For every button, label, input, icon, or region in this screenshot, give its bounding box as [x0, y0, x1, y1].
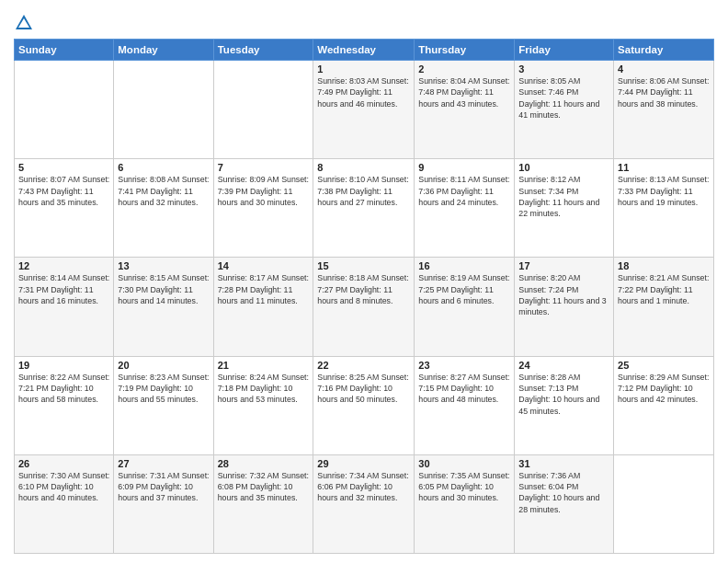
- day-number: 9: [418, 162, 510, 173]
- calendar-day-cell: 3Sunrise: 8:05 AM Sunset: 7:46 PM Daylig…: [515, 61, 614, 159]
- day-info: Sunrise: 8:20 AM Sunset: 7:24 PM Dayligh…: [518, 272, 609, 317]
- calendar-day-cell: 27Sunrise: 7:31 AM Sunset: 6:09 PM Dayli…: [114, 454, 213, 553]
- weekday-header: Sunday: [15, 40, 114, 61]
- day-number: 30: [418, 458, 510, 469]
- calendar-day-cell: 19Sunrise: 8:22 AM Sunset: 7:21 PM Dayli…: [15, 356, 114, 454]
- day-number: 21: [218, 360, 310, 371]
- day-number: 2: [418, 63, 510, 75]
- day-number: 27: [118, 458, 209, 469]
- calendar-week-row: 19Sunrise: 8:22 AM Sunset: 7:21 PM Dayli…: [15, 356, 714, 454]
- calendar-day-cell: [114, 61, 213, 159]
- day-number: 11: [618, 162, 710, 173]
- calendar-day-cell: 12Sunrise: 8:14 AM Sunset: 7:31 PM Dayli…: [15, 258, 114, 356]
- day-info: Sunrise: 7:31 AM Sunset: 6:09 PM Dayligh…: [118, 470, 209, 504]
- day-info: Sunrise: 8:13 AM Sunset: 7:33 PM Dayligh…: [618, 174, 710, 208]
- day-info: Sunrise: 8:27 AM Sunset: 7:15 PM Dayligh…: [418, 372, 510, 406]
- calendar-day-cell: 20Sunrise: 8:23 AM Sunset: 7:19 PM Dayli…: [114, 356, 213, 454]
- day-number: 14: [218, 260, 310, 271]
- calendar-week-row: 12Sunrise: 8:14 AM Sunset: 7:31 PM Dayli…: [15, 258, 714, 356]
- calendar-header: SundayMondayTuesdayWednesdayThursdayFrid…: [15, 40, 714, 61]
- day-number: 4: [618, 63, 710, 75]
- day-number: 29: [317, 458, 410, 469]
- day-info: Sunrise: 8:21 AM Sunset: 7:22 PM Dayligh…: [618, 272, 710, 306]
- day-number: 22: [317, 360, 410, 371]
- calendar-day-cell: 17Sunrise: 8:20 AM Sunset: 7:24 PM Dayli…: [515, 258, 614, 356]
- day-info: Sunrise: 7:36 AM Sunset: 6:04 PM Dayligh…: [518, 470, 609, 515]
- logo-icon: [14, 13, 34, 33]
- day-info: Sunrise: 8:23 AM Sunset: 7:19 PM Dayligh…: [118, 372, 209, 406]
- calendar-day-cell: 2Sunrise: 8:04 AM Sunset: 7:48 PM Daylig…: [415, 61, 515, 159]
- day-info: Sunrise: 8:10 AM Sunset: 7:38 PM Dayligh…: [317, 174, 410, 208]
- calendar-day-cell: 1Sunrise: 8:03 AM Sunset: 7:49 PM Daylig…: [313, 61, 415, 159]
- day-number: 10: [518, 162, 609, 173]
- calendar-week-row: 5Sunrise: 8:07 AM Sunset: 7:43 PM Daylig…: [15, 159, 714, 258]
- weekday-header: Thursday: [415, 40, 515, 61]
- calendar-day-cell: 11Sunrise: 8:13 AM Sunset: 7:33 PM Dayli…: [614, 159, 714, 258]
- calendar-day-cell: 16Sunrise: 8:19 AM Sunset: 7:25 PM Dayli…: [415, 258, 515, 356]
- day-info: Sunrise: 8:06 AM Sunset: 7:44 PM Dayligh…: [618, 75, 710, 109]
- day-number: 23: [418, 360, 510, 371]
- calendar-day-cell: 24Sunrise: 8:28 AM Sunset: 7:13 PM Dayli…: [515, 356, 614, 454]
- day-info: Sunrise: 8:11 AM Sunset: 7:36 PM Dayligh…: [418, 174, 510, 208]
- calendar-day-cell: 22Sunrise: 8:25 AM Sunset: 7:16 PM Dayli…: [313, 356, 415, 454]
- day-info: Sunrise: 7:34 AM Sunset: 6:06 PM Dayligh…: [317, 470, 410, 504]
- calendar-day-cell: 5Sunrise: 8:07 AM Sunset: 7:43 PM Daylig…: [15, 159, 114, 258]
- calendar-day-cell: 29Sunrise: 7:34 AM Sunset: 6:06 PM Dayli…: [313, 454, 415, 553]
- day-number: 3: [518, 63, 609, 75]
- day-number: 6: [118, 162, 209, 173]
- day-number: 20: [118, 360, 209, 371]
- calendar-day-cell: 30Sunrise: 7:35 AM Sunset: 6:05 PM Dayli…: [415, 454, 515, 553]
- day-info: Sunrise: 8:14 AM Sunset: 7:31 PM Dayligh…: [18, 272, 109, 306]
- day-info: Sunrise: 7:35 AM Sunset: 6:05 PM Dayligh…: [418, 470, 510, 504]
- day-number: 18: [618, 260, 710, 271]
- day-number: 1: [317, 63, 410, 75]
- day-number: 25: [618, 360, 710, 371]
- calendar-day-cell: [15, 61, 114, 159]
- day-info: Sunrise: 8:29 AM Sunset: 7:12 PM Dayligh…: [618, 372, 710, 406]
- calendar-day-cell: 26Sunrise: 7:30 AM Sunset: 6:10 PM Dayli…: [15, 454, 114, 553]
- calendar-day-cell: [213, 61, 313, 159]
- day-info: Sunrise: 8:07 AM Sunset: 7:43 PM Dayligh…: [18, 174, 109, 208]
- calendar-day-cell: 13Sunrise: 8:15 AM Sunset: 7:30 PM Dayli…: [114, 258, 213, 356]
- day-info: Sunrise: 8:15 AM Sunset: 7:30 PM Dayligh…: [118, 272, 209, 306]
- day-info: Sunrise: 8:22 AM Sunset: 7:21 PM Dayligh…: [18, 372, 109, 406]
- day-info: Sunrise: 8:24 AM Sunset: 7:18 PM Dayligh…: [218, 372, 310, 406]
- header: [14, 9, 714, 33]
- day-number: 28: [218, 458, 310, 469]
- day-info: Sunrise: 8:18 AM Sunset: 7:27 PM Dayligh…: [317, 272, 410, 306]
- calendar-day-cell: 18Sunrise: 8:21 AM Sunset: 7:22 PM Dayli…: [614, 258, 714, 356]
- day-info: Sunrise: 8:19 AM Sunset: 7:25 PM Dayligh…: [418, 272, 510, 306]
- calendar-day-cell: 25Sunrise: 8:29 AM Sunset: 7:12 PM Dayli…: [614, 356, 714, 454]
- day-info: Sunrise: 8:12 AM Sunset: 7:34 PM Dayligh…: [518, 174, 609, 219]
- weekday-header: Friday: [515, 40, 614, 61]
- calendar-day-cell: [614, 454, 714, 553]
- calendar-day-cell: 8Sunrise: 8:10 AM Sunset: 7:38 PM Daylig…: [313, 159, 415, 258]
- weekday-header: Wednesday: [313, 40, 415, 61]
- day-number: 12: [18, 260, 109, 271]
- day-number: 17: [518, 260, 609, 271]
- day-number: 15: [317, 260, 410, 271]
- day-info: Sunrise: 8:09 AM Sunset: 7:39 PM Dayligh…: [218, 174, 310, 208]
- day-number: 24: [518, 360, 609, 371]
- day-info: Sunrise: 8:03 AM Sunset: 7:49 PM Dayligh…: [317, 75, 410, 109]
- day-info: Sunrise: 8:28 AM Sunset: 7:13 PM Dayligh…: [518, 372, 609, 417]
- calendar-day-cell: 6Sunrise: 8:08 AM Sunset: 7:41 PM Daylig…: [114, 159, 213, 258]
- calendar-day-cell: 21Sunrise: 8:24 AM Sunset: 7:18 PM Dayli…: [213, 356, 313, 454]
- day-number: 19: [18, 360, 109, 371]
- day-number: 7: [218, 162, 310, 173]
- day-info: Sunrise: 7:32 AM Sunset: 6:08 PM Dayligh…: [218, 470, 310, 504]
- day-number: 16: [418, 260, 510, 271]
- day-info: Sunrise: 8:04 AM Sunset: 7:48 PM Dayligh…: [418, 75, 510, 109]
- weekday-row: SundayMondayTuesdayWednesdayThursdayFrid…: [15, 40, 714, 61]
- calendar-week-row: 1Sunrise: 8:03 AM Sunset: 7:49 PM Daylig…: [15, 61, 714, 159]
- calendar-day-cell: 14Sunrise: 8:17 AM Sunset: 7:28 PM Dayli…: [213, 258, 313, 356]
- calendar-week-row: 26Sunrise: 7:30 AM Sunset: 6:10 PM Dayli…: [15, 454, 714, 553]
- weekday-header: Monday: [114, 40, 213, 61]
- day-info: Sunrise: 8:05 AM Sunset: 7:46 PM Dayligh…: [518, 75, 609, 121]
- day-info: Sunrise: 8:17 AM Sunset: 7:28 PM Dayligh…: [218, 272, 310, 306]
- calendar-day-cell: 4Sunrise: 8:06 AM Sunset: 7:44 PM Daylig…: [614, 61, 714, 159]
- day-info: Sunrise: 7:30 AM Sunset: 6:10 PM Dayligh…: [18, 470, 109, 504]
- calendar-day-cell: 7Sunrise: 8:09 AM Sunset: 7:39 PM Daylig…: [213, 159, 313, 258]
- day-number: 13: [118, 260, 209, 271]
- day-number: 8: [317, 162, 410, 173]
